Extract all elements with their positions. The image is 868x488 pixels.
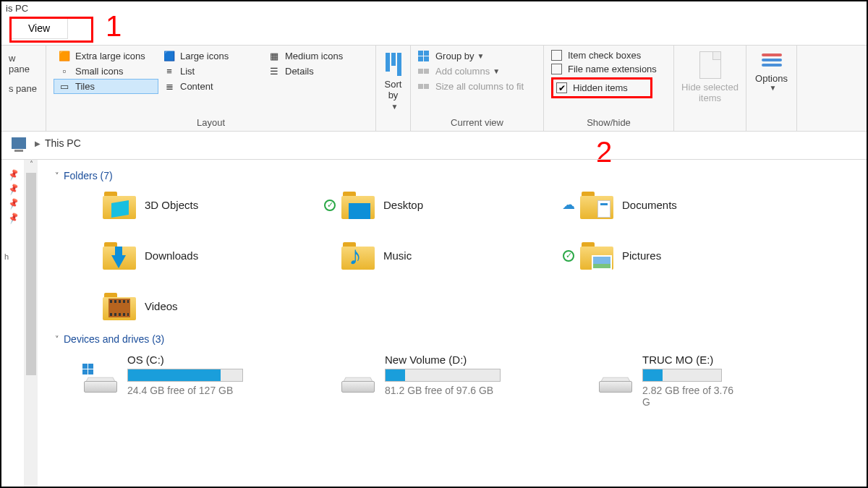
- group-by-button[interactable]: Group by▼: [418, 48, 536, 64]
- section-drives-title: Devices and drives (3): [64, 333, 164, 345]
- chevron-down-icon: ▼: [770, 84, 777, 92]
- main-view: ˅ Folders (7) 3D Objects ✓ Desktop ☁ Doc…: [38, 160, 867, 487]
- folder-label: Pictures: [622, 249, 661, 262]
- breadcrumb-this-pc[interactable]: This PC: [45, 137, 81, 149]
- content-icon: ≣: [163, 82, 176, 92]
- layout-content[interactable]: ≣Content: [158, 79, 263, 94]
- drive-usage-bar: [385, 369, 501, 382]
- sort-label-1: Sort: [385, 79, 402, 90]
- layout-list[interactable]: ≡List: [158, 64, 263, 79]
- checkbox-icon: [551, 50, 562, 61]
- medium-icon: ▦: [268, 51, 281, 61]
- chevron-down-icon: ▼: [493, 67, 500, 75]
- size-columns-button: Size all columns to fit: [418, 79, 536, 94]
- annotation-box-2: ✔Hidden items: [551, 77, 652, 98]
- details-icon: ☰: [268, 67, 281, 77]
- item-check-boxes-toggle[interactable]: Item check boxes: [551, 48, 666, 62]
- layout-details[interactable]: ☰Details: [263, 64, 368, 79]
- hidden-items-toggle[interactable]: ✔Hidden items: [556, 81, 647, 95]
- drive-icon: [84, 367, 117, 393]
- options-button[interactable]: Options ▼: [746, 46, 797, 131]
- layout-label: List: [180, 66, 195, 77]
- sort-label-2: by ▼: [383, 90, 403, 111]
- annotation-box-1: [9, 17, 93, 43]
- chevron-down-icon: ˅: [55, 171, 59, 181]
- section-drives-header[interactable]: ˅ Devices and drives (3): [55, 333, 861, 345]
- this-pc-icon: [12, 137, 26, 149]
- drive-free-text: 2.82 GB free of 3.76 G: [642, 385, 744, 408]
- checkbox-label: File name extensions: [568, 64, 657, 74]
- folder-videos[interactable]: Videos: [84, 291, 301, 320]
- layout-label: Tiles: [75, 81, 95, 92]
- folder-icon: [580, 241, 613, 270]
- list-icon: ≡: [163, 67, 176, 77]
- folder-documents[interactable]: ☁ Documents: [561, 190, 778, 219]
- hide-selected-label-1: Hide selected: [681, 82, 739, 93]
- chevron-right-icon: ▶: [35, 140, 41, 147]
- folder-downloads[interactable]: Downloads: [84, 241, 301, 270]
- content-area: 📌 📌 📌 📌 h ˄ ˅ Folders (7) 3D Objects ✓ D…: [1, 159, 867, 487]
- drive-d[interactable]: New Volume (D:) 81.2 GB free of 97.6 GB: [341, 354, 580, 408]
- quick-access-pins: 📌 📌 📌 📌 h: [1, 160, 25, 487]
- section-folders-header[interactable]: ˅ Folders (7): [55, 170, 861, 181]
- section-folders-title: Folders (7): [64, 170, 113, 181]
- layout-large-icons[interactable]: 🟦Large icons: [158, 48, 263, 64]
- layout-label: Small icons: [75, 66, 123, 77]
- group-by-icon: [418, 51, 431, 61]
- ribbon-group-current-view: Group by▼ Add columns▼ Size all columns …: [411, 46, 544, 131]
- status-synced: ✓: [561, 249, 576, 262]
- layout-medium-icons[interactable]: ▦Medium icons: [263, 48, 368, 64]
- group-label-show-hide: Show/hide: [551, 116, 666, 131]
- folder-icon: [341, 241, 375, 270]
- folder-pictures[interactable]: ✓ Pictures: [561, 241, 778, 270]
- size-columns-icon: [418, 84, 431, 89]
- drive-name: OS (C:): [127, 354, 323, 366]
- drives-grid: OS (C:) 24.4 GB free of 127 GB New Volum…: [84, 354, 861, 408]
- layout-small-icons[interactable]: ▫Small icons: [54, 64, 158, 79]
- folder-music[interactable]: Music: [323, 241, 540, 270]
- folder-label: Downloads: [145, 249, 198, 262]
- drive-free-text: 81.2 GB free of 97.6 GB: [385, 385, 580, 396]
- drive-name: New Volume (D:): [385, 354, 580, 366]
- status-cloud: ☁: [561, 197, 576, 213]
- extra-large-icon: 🟧: [58, 51, 71, 61]
- scroll-up-icon[interactable]: ˄: [25, 160, 38, 173]
- folder-icon: [103, 291, 136, 320]
- drive-e[interactable]: TRUC MO (E:) 2.82 GB free of 3.76 G: [599, 354, 744, 408]
- annotation-1: 1: [106, 10, 122, 43]
- hide-selected-label-2: items: [699, 93, 721, 103]
- ribbon-group-show-hide: Item check boxes File name extensions ✔H…: [544, 46, 674, 131]
- folder-label: Documents: [622, 199, 677, 211]
- ribbon-group-sort: Sort by ▼: [376, 46, 411, 131]
- drive-c[interactable]: OS (C:) 24.4 GB free of 127 GB: [84, 354, 323, 408]
- folder-3d-objects[interactable]: 3D Objects: [84, 190, 301, 219]
- chevron-down-icon: ▼: [477, 52, 484, 60]
- drive-icon: [341, 367, 375, 393]
- scroll-thumb[interactable]: [26, 173, 36, 375]
- options-label: Options: [755, 73, 788, 84]
- layout-tiles[interactable]: ▭Tiles: [54, 79, 158, 94]
- checkbox-label: Hidden items: [573, 82, 628, 93]
- layout-label: Medium icons: [285, 51, 343, 61]
- add-columns-icon: [418, 69, 431, 74]
- options-icon: [762, 51, 782, 69]
- drive-usage-bar: [127, 369, 243, 382]
- size-columns-label: Size all columns to fit: [435, 81, 524, 92]
- tiles-icon: ▭: [58, 82, 71, 92]
- details-pane-button[interactable]: s pane: [9, 83, 38, 94]
- nav-scrollbar[interactable]: ˄: [25, 160, 38, 487]
- group-label-current-view: Current view: [418, 116, 536, 131]
- folder-label: 3D Objects: [145, 199, 198, 211]
- drive-name: TRUC MO (E:): [642, 354, 744, 366]
- folder-icon: [341, 190, 375, 219]
- checkbox-icon: [551, 64, 562, 74]
- drive-icon: [599, 367, 632, 393]
- file-name-extensions-toggle[interactable]: File name extensions: [551, 62, 666, 76]
- layout-label: Large icons: [180, 51, 229, 61]
- sort-by-button[interactable]: Sort by ▼: [383, 48, 403, 131]
- layout-label: Extra large icons: [75, 51, 145, 61]
- layout-extra-large-icons[interactable]: 🟧Extra large icons: [54, 48, 158, 64]
- folder-desktop[interactable]: ✓ Desktop: [323, 190, 540, 219]
- breadcrumb[interactable]: ▶ This PC: [12, 137, 81, 149]
- navigation-pane-button[interactable]: w pane: [9, 53, 38, 74]
